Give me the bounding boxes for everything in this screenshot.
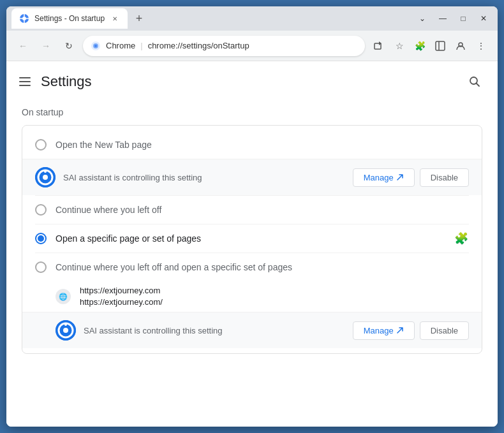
puzzle-icon: 🧩 <box>454 231 469 246</box>
url-line-1: https://extjourney.com <box>80 285 469 297</box>
address-url-text: chrome://settings/onStartup <box>148 41 357 50</box>
address-separator: | <box>140 41 142 50</box>
minimize-button[interactable]: — <box>434 10 452 27</box>
svg-point-18 <box>64 323 67 326</box>
manage-button-2[interactable]: Manage <box>353 321 415 340</box>
radio-new-tab[interactable] <box>35 139 47 150</box>
address-bar: ← → ↻ Chrome | chrome://settings/onStart… <box>6 31 498 61</box>
sai-label-2: SAI assistant is controlling this settin… <box>84 326 345 335</box>
search-button[interactable] <box>464 71 485 92</box>
radio-continue[interactable] <box>35 204 47 216</box>
option-new-tab-row[interactable]: Open the New Tab page <box>22 131 482 159</box>
tab-favicon <box>19 13 29 24</box>
hamburger-menu-icon[interactable] <box>19 77 31 86</box>
address-bar-input[interactable]: Chrome | chrome://settings/onStartup <box>83 36 365 56</box>
sai-icon-2 <box>56 320 76 341</box>
sai-banner-2: SAI assistant is controlling this settin… <box>22 312 482 348</box>
tab-close-btn[interactable]: ✕ <box>110 13 120 24</box>
maximize-button[interactable]: □ <box>454 10 472 27</box>
active-tab[interactable]: Settings - On startup ✕ <box>11 8 128 29</box>
svg-point-17 <box>63 328 68 333</box>
browser-window: Settings - On startup ✕ + ⌄ — □ ✕ ← → ↻ … <box>6 6 498 427</box>
settings-page: Settings PC.COM On startup Open the New … <box>6 61 498 427</box>
new-tab-button[interactable]: + <box>130 10 148 27</box>
svg-point-14 <box>44 170 47 173</box>
back-button[interactable]: ← <box>14 37 32 55</box>
section-label: On startup <box>22 107 482 117</box>
svg-line-10 <box>477 84 480 87</box>
manage-button-1[interactable]: Manage <box>353 168 415 187</box>
url-block: https://extjourney.com https://extjourne… <box>80 285 469 308</box>
extension-icon[interactable]: 🧩 <box>411 37 429 55</box>
chevron-btn[interactable]: ⌄ <box>413 10 431 27</box>
more-menu-icon[interactable]: ⋮ <box>472 37 490 55</box>
option-continue-specific-label: Continue where you left off and open a s… <box>56 262 469 272</box>
tab-title: Settings - On startup <box>34 14 105 23</box>
option-continue-label: Continue where you left off <box>56 205 469 215</box>
svg-point-4 <box>94 45 97 47</box>
title-bar: Settings - On startup ✕ + ⌄ — □ ✕ <box>6 6 498 31</box>
window-controls: ⌄ — □ ✕ <box>413 10 493 27</box>
option-continue-specific-row[interactable]: Continue where you left off and open a s… <box>22 253 482 281</box>
bookmark-icon[interactable]: ☆ <box>390 37 408 55</box>
address-brand-label: Chrome <box>106 41 135 50</box>
profile-icon[interactable] <box>452 37 470 55</box>
sidebar-toggle-icon[interactable] <box>431 37 449 55</box>
settings-header: Settings <box>6 61 498 102</box>
option-new-tab-label: Open the New Tab page <box>56 140 469 150</box>
radio-specific[interactable] <box>35 233 47 244</box>
sai-banner-1: SAI assistant is controlling this settin… <box>22 159 482 195</box>
url-entry-row: 🌐 https://extjourney.com https://extjour… <box>22 281 482 312</box>
sai-action-buttons-2: Manage Disable <box>353 321 469 340</box>
svg-point-13 <box>43 175 48 180</box>
url-globe-icon: 🌐 <box>56 289 71 304</box>
option-specific-row[interactable]: Open a specific page or set of pages 🧩 <box>22 224 482 253</box>
toolbar-icons: ☆ 🧩 ⋮ <box>370 37 490 55</box>
svg-rect-6 <box>436 41 445 50</box>
share-icon[interactable] <box>370 37 388 55</box>
radio-continue-specific[interactable] <box>35 261 47 273</box>
sai-label-1: SAI assistant is controlling this settin… <box>63 173 345 182</box>
url-line-2: https://extjourney.com/ <box>80 297 469 308</box>
chrome-logo-icon <box>91 41 101 51</box>
sai-action-buttons-1: Manage Disable <box>353 168 469 187</box>
close-button[interactable]: ✕ <box>475 10 493 27</box>
startup-options-card: Open the New Tab page SAI assistant is c… <box>22 125 482 354</box>
forward-button[interactable]: → <box>37 37 55 55</box>
option-specific-label: Open a specific page or set of pages <box>56 233 445 244</box>
reload-button[interactable]: ↻ <box>60 37 78 55</box>
option-continue-row[interactable]: Continue where you left off <box>22 196 482 224</box>
sai-icon-1 <box>35 167 56 187</box>
svg-point-1 <box>22 17 26 20</box>
disable-button-2[interactable]: Disable <box>420 321 469 340</box>
settings-content: PC.COM On startup Open the New Tab page <box>6 102 498 369</box>
disable-button-1[interactable]: Disable <box>420 168 469 187</box>
page-title: Settings <box>41 73 454 90</box>
